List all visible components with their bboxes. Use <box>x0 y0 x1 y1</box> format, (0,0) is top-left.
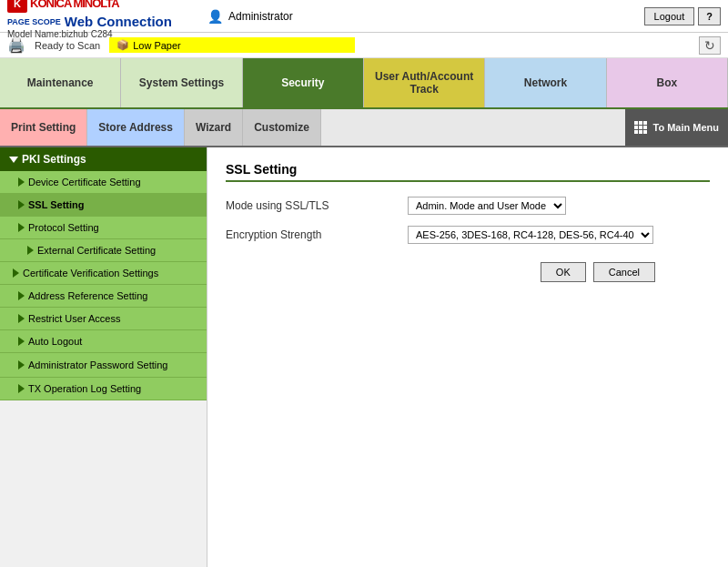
web-connection-text: Web Connection <box>65 14 172 29</box>
nav-tab-network[interactable]: Network <box>485 58 606 107</box>
sidebar-item-address-ref[interactable]: Address Reference Setting <box>0 285 207 308</box>
sub-tab-print[interactable]: Print Setting <box>0 109 87 146</box>
arrow-icon <box>18 223 25 232</box>
grid-icon <box>634 121 647 134</box>
arrow-icon <box>18 384 25 393</box>
pki-expand-icon <box>9 157 18 163</box>
status-bar: 🖨️ Ready to Scan 📦 Low Paper ↻ <box>0 33 728 58</box>
main-nav: Maintenance System Settings Security Use… <box>0 58 728 109</box>
printer-icon: 🖨️ <box>7 36 25 54</box>
sidebar-item-protocol-setting[interactable]: Protocol Setting <box>0 217 207 239</box>
section-title: SSL Setting <box>226 162 710 182</box>
sub-tab-customize[interactable]: Customize <box>243 109 321 146</box>
svg-text:K: K <box>14 0 21 9</box>
admin-info: 👤 Administrator <box>207 9 293 24</box>
admin-label: Administrator <box>228 10 293 23</box>
nav-tab-user-auth[interactable]: User Auth/Account Track <box>364 58 485 107</box>
help-button[interactable]: ? <box>698 7 721 25</box>
sidebar-item-auto-logout[interactable]: Auto Logout <box>0 330 207 353</box>
sidebar-item-cert-verification[interactable]: Certificate Verification Settings <box>0 262 207 285</box>
arrow-icon <box>18 337 25 346</box>
nav-tab-security[interactable]: Security <box>243 58 364 107</box>
ssl-mode-label: Mode using SSL/TLS <box>226 199 408 212</box>
arrow-icon <box>18 291 25 300</box>
alert-banner: 📦 Low Paper <box>109 37 355 53</box>
alert-icon: 📦 <box>116 39 129 51</box>
konica-minolta-logo: K KONICA MINOLTA PAGE SCOPE Web Connecti… <box>7 0 172 39</box>
encryption-strength-label: Encryption Strength <box>226 228 408 241</box>
konica-text: KONICA MINOLTA <box>30 0 119 10</box>
arrow-icon <box>27 246 34 255</box>
encryption-strength-select[interactable]: AES-256, 3DES-168, RC4-128, DES-56, RC4-… <box>408 226 653 244</box>
nav-tab-system[interactable]: System Settings <box>121 58 242 107</box>
sidebar-item-admin-password[interactable]: Administrator Password Setting <box>0 353 207 378</box>
header: K KONICA MINOLTA PAGE SCOPE Web Connecti… <box>0 0 728 33</box>
ok-button[interactable]: OK <box>541 262 586 282</box>
sidebar-item-restrict-access[interactable]: Restrict User Access <box>0 308 207 330</box>
pagescope-text: PAGE SCOPE <box>7 17 61 26</box>
cancel-button[interactable]: Cancel <box>593 262 655 282</box>
main-content: SSL Setting Mode using SSL/TLS Admin. Mo… <box>207 147 728 567</box>
logo-area: K KONICA MINOLTA PAGE SCOPE Web Connecti… <box>7 0 207 39</box>
header-right: 👤 Administrator Logout ? <box>207 7 721 25</box>
arrow-icon <box>18 177 25 187</box>
refresh-button[interactable]: ↻ <box>699 36 721 55</box>
nav-tab-box[interactable]: Box <box>607 58 728 107</box>
admin-icon: 👤 <box>207 9 223 24</box>
arrow-icon <box>18 360 25 370</box>
ready-status: Ready to Scan <box>35 40 100 51</box>
form-actions: OK Cancel <box>226 262 710 282</box>
ssl-mode-row: Mode using SSL/TLS Admin. Mode and User … <box>226 197 710 215</box>
sub-tab-store[interactable]: Store Address <box>87 109 185 146</box>
sidebar: PKI Settings Device Certificate Setting … <box>0 147 207 567</box>
arrow-icon <box>13 268 19 278</box>
sub-tab-wizard[interactable]: Wizard <box>185 109 243 146</box>
sidebar-item-external-cert[interactable]: External Certificate Setting <box>0 239 207 262</box>
arrow-icon <box>18 200 25 209</box>
encryption-strength-row: Encryption Strength AES-256, 3DES-168, R… <box>226 226 710 244</box>
sidebar-item-ssl-setting[interactable]: SSL Setting <box>0 194 207 217</box>
konica-logo-icon: K <box>7 0 27 13</box>
sidebar-item-tx-operation[interactable]: TX Operation Log Setting <box>0 378 207 400</box>
header-buttons: Logout ? <box>644 7 721 25</box>
sub-nav: Print Setting Store Address Wizard Custo… <box>0 109 728 147</box>
to-main-menu-button[interactable]: To Main Menu <box>625 109 728 146</box>
alert-text: Low Paper <box>133 40 181 51</box>
ssl-mode-select[interactable]: Admin. Mode and User Mode Admin. Mode On… <box>408 197 566 215</box>
logout-button[interactable]: Logout <box>644 7 695 25</box>
pki-settings-header[interactable]: PKI Settings <box>0 147 207 171</box>
sidebar-item-device-cert[interactable]: Device Certificate Setting <box>0 171 207 194</box>
content-area: PKI Settings Device Certificate Setting … <box>0 147 728 567</box>
nav-tab-maintenance[interactable]: Maintenance <box>0 58 121 107</box>
arrow-icon <box>18 314 25 323</box>
